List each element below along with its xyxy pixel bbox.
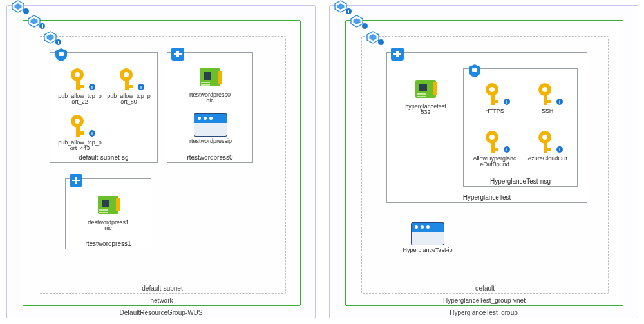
info-icon: i	[504, 99, 510, 105]
vnet-label: HyperglanceTest_group-vnet	[346, 297, 623, 304]
nic-item[interactable]: rtestwordpress0nic	[188, 64, 232, 104]
key-icon: i	[535, 81, 560, 106]
nsg-rule[interactable]: i AllowHyperglanceOutBound	[473, 128, 516, 168]
vm-label: HyperglanceTest	[387, 194, 587, 201]
info-icon: i	[23, 8, 29, 14]
vm0-card[interactable]: rtestwordpress0nic rtestwordpressip rtes…	[167, 52, 253, 163]
info-icon: i	[362, 23, 368, 29]
vnet-icon: i	[27, 15, 41, 26]
key-icon: i	[116, 66, 142, 91]
rule-label: pub_allow_tcp_port_22	[58, 93, 102, 106]
nic-item[interactable]: rtestwordpress1nic	[86, 192, 130, 232]
info-icon: i	[556, 146, 563, 153]
key-icon: i	[482, 128, 507, 154]
rule-label: AzureCloudOut	[526, 156, 569, 162]
diagram-canvas[interactable]: i DefaultResourceGroup-WUS i network i d…	[0, 0, 644, 324]
nsg-card-right[interactable]: i HTTPS i SSH	[463, 68, 578, 187]
vm-badge-icon	[70, 174, 84, 188]
info-icon: i	[39, 23, 45, 29]
nic-item[interactable]: hyperglancetest532	[404, 76, 448, 116]
vm-card-right[interactable]: hyperglancetest532 i	[386, 52, 587, 203]
rule-label: HTTPS	[473, 108, 516, 114]
info-icon: i	[378, 39, 384, 45]
pip-label: HyperglanceTest-ip	[402, 247, 453, 253]
vm-badge-icon	[171, 48, 185, 62]
resource-group-left[interactable]: i DefaultResourceGroup-WUS i network i d…	[6, 5, 316, 318]
nic-icon	[197, 64, 223, 90]
nic-icon	[413, 76, 439, 102]
info-icon: i	[504, 146, 510, 153]
resource-group-icon: i	[11, 0, 25, 12]
key-icon: i	[67, 112, 93, 138]
public-ip-icon	[411, 222, 444, 245]
nic-label: rtestwordpress0nic	[188, 92, 232, 104]
rule-label: pub_allow_tcp_port_80	[107, 93, 151, 106]
vnet-icon: i	[350, 15, 364, 26]
nic-label: rtestwordpress1nic	[86, 220, 130, 232]
info-icon: i	[89, 84, 95, 90]
info-icon: i	[138, 84, 144, 90]
subnet-right[interactable]: i default	[361, 36, 609, 294]
info-icon: i	[346, 8, 352, 14]
info-icon: i	[55, 39, 61, 45]
rule-label: SSH	[526, 108, 569, 114]
subnet-icon: i	[43, 31, 57, 43]
rule-label: AllowHyperglanceOutBound	[473, 156, 516, 168]
pip-item[interactable]: HyperglanceTest-ip	[402, 221, 453, 253]
nic-label: hyperglancetest532	[404, 104, 448, 116]
right-column: i HyperglanceTest_group i HyperglanceTes…	[329, 5, 638, 319]
pip-item[interactable]: rtestwordpressip	[188, 112, 233, 144]
vm0-label: rtestwordpress0	[167, 154, 252, 161]
subnet-label: default	[362, 285, 608, 292]
resource-group-right[interactable]: i HyperglanceTest_group i HyperglanceTes…	[329, 5, 638, 318]
vnet-right[interactable]: i HyperglanceTest_group-vnet i default	[345, 20, 623, 306]
subnet-left[interactable]: i default-subnet i pub_a	[39, 36, 286, 294]
key-icon: i	[535, 128, 560, 154]
vm1-label: rtestwordpress1	[66, 240, 151, 247]
nsg-card-left[interactable]: i pub_allow_tcp_port_22 i pub_allow_tcp_…	[50, 52, 158, 163]
subnet-icon: i	[366, 31, 380, 43]
key-icon: i	[67, 66, 93, 91]
resource-group-icon: i	[334, 0, 348, 12]
resource-group-label: HyperglanceTest_group	[330, 309, 638, 316]
vnet-left[interactable]: i network i default-subnet	[23, 20, 301, 306]
nsg-label: default-subnet-sg	[50, 154, 157, 161]
nsg-rule[interactable]: i SSH	[526, 81, 569, 114]
info-icon: i	[89, 130, 95, 137]
public-ip-icon	[194, 113, 227, 137]
nsg-rule[interactable]: i HTTPS	[473, 81, 516, 114]
vm1-card[interactable]: rtestwordpress1nic rtestwordpress1	[65, 178, 151, 249]
shield-icon	[468, 64, 482, 78]
key-icon: i	[482, 81, 507, 106]
resource-group-label: DefaultResourceGroup-WUS	[7, 309, 315, 316]
left-column: i DefaultResourceGroup-WUS i network i d…	[6, 5, 315, 319]
subnet-label: default-subnet	[39, 285, 285, 292]
pip-label: rtestwordpressip	[188, 138, 233, 144]
vnet-label: network	[23, 297, 300, 304]
nsg-rule[interactable]: i pub_allow_tcp_port_22	[58, 66, 102, 106]
nic-icon	[95, 192, 121, 218]
nsg-rule[interactable]: i AzureCloudOut	[526, 128, 569, 162]
nsg-rule[interactable]: i pub_allow_tcp_port_80	[107, 66, 151, 106]
rule-label: pub_allow_tcp_port_443	[58, 140, 102, 152]
info-icon: i	[556, 99, 563, 105]
vm-badge-icon	[391, 48, 405, 62]
shield-icon	[54, 48, 68, 62]
nsg-rule[interactable]: i pub_allow_tcp_port_443	[58, 112, 102, 152]
nsg-label: HyperglanceTest-nsg	[464, 178, 577, 185]
